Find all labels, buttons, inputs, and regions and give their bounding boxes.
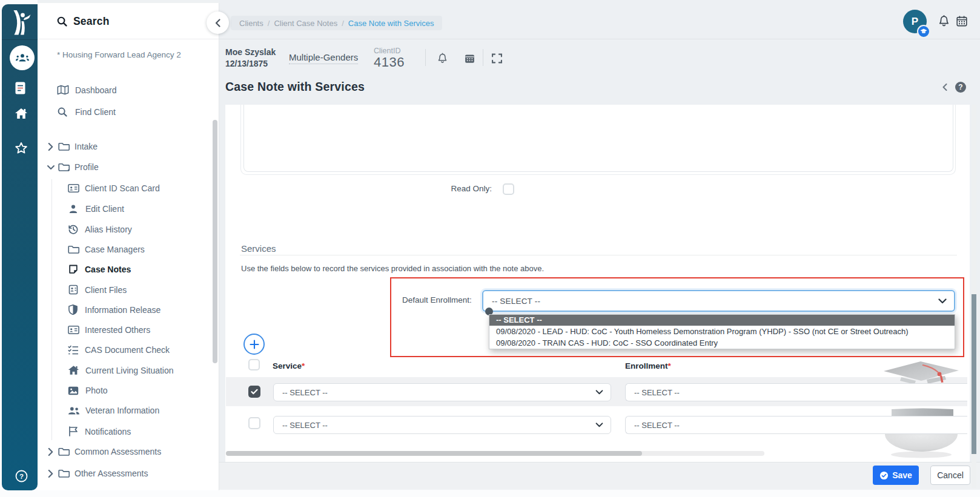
sidebar-item-label: Notifications xyxy=(85,427,131,436)
sidebar-item-label: Interested Others xyxy=(85,325,150,335)
note-icon xyxy=(68,265,78,274)
select-all-checkbox[interactable] xyxy=(248,359,260,370)
sidebar-item-information-release[interactable]: Information Release xyxy=(68,304,161,315)
id-card-icon xyxy=(68,325,79,335)
breadcrumb-current[interactable]: Case Note with Services xyxy=(348,19,434,28)
client-bell-icon[interactable] xyxy=(437,53,448,64)
shield-icon xyxy=(68,304,78,315)
favorites-star-icon[interactable] xyxy=(15,142,28,154)
client-gender[interactable]: Multiple-Genders xyxy=(289,52,358,64)
expand-icon[interactable] xyxy=(492,53,502,64)
sidebar-item-client-files[interactable]: Client Files xyxy=(68,285,127,295)
search-icon xyxy=(57,107,68,117)
folder-icon xyxy=(58,142,70,151)
flag-icon xyxy=(68,426,78,436)
sidebar-item-case-notes[interactable]: Case Notes xyxy=(68,265,131,274)
header-divider xyxy=(219,39,980,39)
notifications-bell-icon[interactable] xyxy=(938,15,950,27)
select-value: -- SELECT -- xyxy=(282,421,328,430)
breadcrumb: Clients / Client Case Notes / Case Note … xyxy=(231,16,442,30)
chevron-right-icon xyxy=(48,470,53,478)
chevron-down-icon xyxy=(595,390,603,395)
sidebar-item-current-living-situation[interactable]: Current Living Situation xyxy=(68,365,174,375)
save-button[interactable]: Save xyxy=(873,466,919,485)
caseload-button[interactable] xyxy=(10,45,35,70)
checklist-icon xyxy=(68,345,79,355)
sidebar-section-other-assessments[interactable]: Other Assessments xyxy=(48,469,148,478)
sidebar-item-label: Dashboard xyxy=(75,85,117,95)
sidebar-section-profile[interactable]: Profile xyxy=(47,162,99,172)
sidebar-item-label: Veteran Information xyxy=(85,406,159,415)
vertical-scrollbar-thumb[interactable] xyxy=(972,294,976,454)
sidebar-item-dashboard[interactable]: Dashboard xyxy=(57,85,117,95)
client-file-icon xyxy=(68,285,78,295)
chevron-right-icon xyxy=(48,448,53,456)
read-only-checkbox[interactable] xyxy=(503,183,514,195)
annotation-rectangle xyxy=(390,277,964,357)
row2-checkbox[interactable] xyxy=(248,417,260,429)
banner-divider xyxy=(483,49,483,66)
graduation-cap-icon xyxy=(920,28,927,35)
sidebar-item-cas-document-check[interactable]: CAS Document Check xyxy=(68,345,170,355)
sidebar-section-common-assessments[interactable]: Common Assessments xyxy=(48,447,161,456)
client-id-label: ClientID xyxy=(374,47,400,55)
client-calendar-icon[interactable] xyxy=(465,53,475,64)
sidebar-item-veteran-information[interactable]: Veteran Information xyxy=(68,406,159,415)
back-button[interactable] xyxy=(207,12,229,34)
collapse-chevron-icon[interactable] xyxy=(942,84,947,91)
training-badge[interactable] xyxy=(917,25,930,38)
sidebar-item-photo[interactable]: Photo xyxy=(68,386,108,395)
avatar-initial: P xyxy=(912,16,918,28)
calendar-icon[interactable] xyxy=(956,16,967,27)
enrollment-column-header: Enrollment* xyxy=(625,361,671,370)
sidebar-item-interested-others[interactable]: Interested Others xyxy=(68,325,150,335)
help-icon[interactable]: ? xyxy=(15,470,28,482)
history-icon xyxy=(68,224,79,235)
sidebar-search-label: Search xyxy=(73,15,110,28)
map-icon xyxy=(57,85,69,95)
agency-name[interactable]: * Housing Forward Lead Agency 2 xyxy=(57,50,181,59)
select-value: -- SELECT -- xyxy=(282,388,328,397)
check-icon xyxy=(251,389,258,395)
breadcrumb-clients[interactable]: Clients xyxy=(239,19,263,28)
sidebar-item-label: Case Notes xyxy=(85,265,131,274)
client-name: Moe Szyslak xyxy=(225,47,276,57)
cancel-button[interactable]: Cancel xyxy=(930,466,970,485)
home-icon[interactable] xyxy=(15,108,28,119)
select-value: -- SELECT -- xyxy=(634,421,680,430)
page-title: Case Note with Services xyxy=(225,80,365,94)
folder-icon xyxy=(68,245,79,254)
help-glyph: ? xyxy=(958,83,962,91)
sidebar-item-client-id-scan-card[interactable]: Client ID Scan Card xyxy=(68,183,160,193)
row1-service-select[interactable]: -- SELECT -- xyxy=(273,383,611,401)
note-textarea[interactable] xyxy=(243,105,953,172)
sidebar-item-notifications[interactable]: Notifications xyxy=(68,426,131,436)
horizontal-scrollbar-thumb[interactable] xyxy=(226,451,642,456)
sidebar-item-label: Profile xyxy=(74,162,99,172)
row1-checkbox[interactable] xyxy=(248,386,260,398)
id-card-icon xyxy=(68,183,79,193)
required-asterisk: * xyxy=(302,361,305,370)
chevron-right-icon xyxy=(48,143,53,151)
sidebar-section-intake[interactable]: Intake xyxy=(48,142,98,151)
sidebar-item-alias-history[interactable]: Alias History xyxy=(68,224,132,235)
sidebar-item-label: Client ID Scan Card xyxy=(85,183,160,193)
add-service-button[interactable] xyxy=(243,334,265,355)
referrals-file-icon[interactable] xyxy=(15,81,26,95)
sidebar-scrollbar[interactable] xyxy=(213,120,217,363)
breadcrumb-separator: / xyxy=(268,19,270,28)
row1-enrollment-select[interactable]: -- SELECT -- xyxy=(625,383,967,401)
required-asterisk: * xyxy=(668,361,671,370)
sidebar-item-label: Other Assessments xyxy=(74,469,148,478)
bitfocus-logo[interactable] xyxy=(8,10,31,35)
sidebar-item-edit-client[interactable]: Edit Client xyxy=(68,204,124,214)
row2-service-select[interactable]: -- SELECT -- xyxy=(273,416,611,434)
sidebar-item-find-client[interactable]: Find Client xyxy=(57,107,116,117)
row2-enrollment-select[interactable]: -- SELECT -- xyxy=(625,416,967,434)
photo-icon xyxy=(68,386,79,395)
select-value: -- SELECT -- xyxy=(634,388,680,397)
breadcrumb-client-case-notes[interactable]: Client Case Notes xyxy=(274,19,337,28)
page-help-icon[interactable]: ? xyxy=(955,82,966,93)
sidebar-item-case-managers[interactable]: Case Managers xyxy=(68,245,145,254)
tree-indent-guide xyxy=(51,179,52,440)
